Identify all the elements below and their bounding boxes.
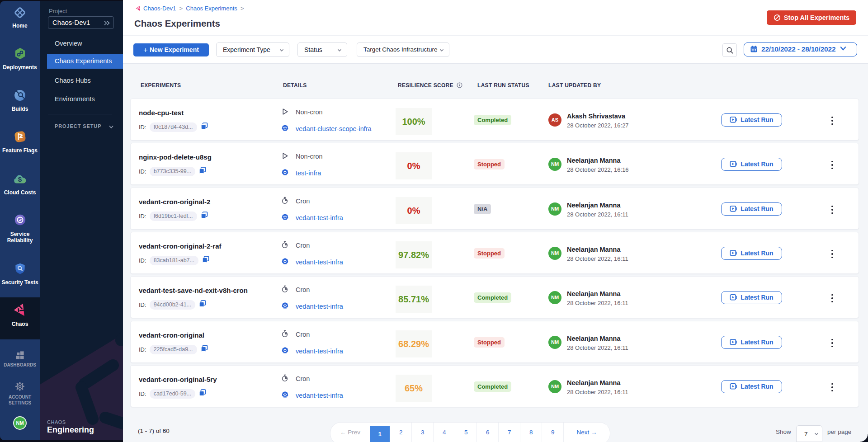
svg-text:$: $ xyxy=(18,175,22,183)
